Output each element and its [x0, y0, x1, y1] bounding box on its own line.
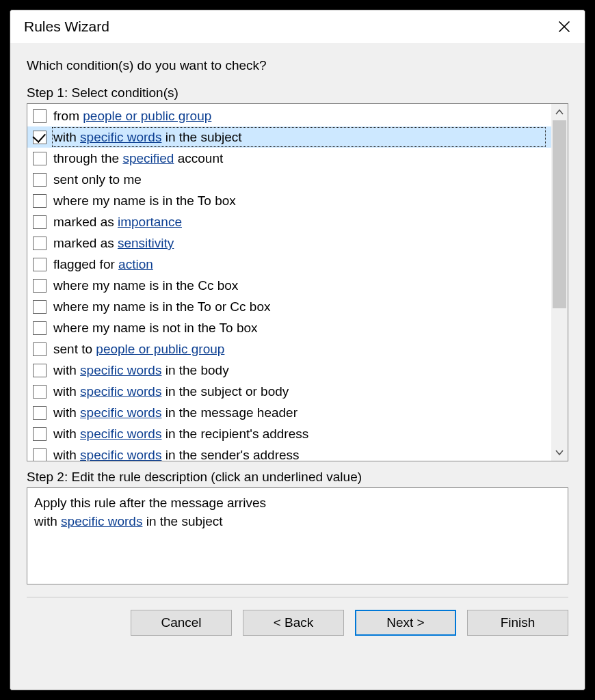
condition-label[interactable]: where my name is in the Cc box: [52, 275, 546, 295]
condition-checkbox[interactable]: [33, 406, 47, 420]
condition-text: through the: [53, 151, 122, 165]
next-button[interactable]: Next >: [355, 610, 456, 636]
condition-checkbox[interactable]: [33, 300, 47, 314]
condition-row[interactable]: with specific words in the subject or bo…: [27, 381, 551, 402]
condition-row[interactable]: where my name is not in the To box: [27, 317, 551, 338]
condition-label[interactable]: with specific words in the subject or bo…: [52, 381, 546, 401]
condition-row[interactable]: with specific words in the recipient's a…: [27, 423, 551, 444]
condition-link[interactable]: people or public group: [83, 109, 211, 123]
button-row: Cancel < Back Next > Finish: [27, 610, 568, 636]
rules-wizard-dialog: Rules Wizard Which condition(s) do you w…: [10, 10, 585, 690]
scroll-track[interactable]: [551, 120, 568, 444]
condition-row[interactable]: marked as sensitivity: [27, 232, 551, 254]
condition-text: where my name is in the Cc box: [53, 278, 238, 293]
scroll-down-button[interactable]: [551, 444, 568, 461]
condition-label[interactable]: with specific words in the recipient's a…: [52, 424, 546, 444]
condition-label[interactable]: sent only to me: [52, 170, 546, 189]
condition-link[interactable]: specific words: [80, 405, 161, 420]
condition-label[interactable]: where my name is not in the To box: [52, 318, 546, 338]
condition-text: with: [53, 405, 80, 420]
condition-label[interactable]: with specific words in the subject: [52, 127, 546, 147]
condition-link[interactable]: specific words: [80, 130, 161, 144]
condition-checkbox[interactable]: [33, 131, 47, 144]
condition-label[interactable]: with specific words in the message heade…: [52, 403, 546, 422]
condition-label[interactable]: marked as importance: [52, 212, 546, 232]
condition-link[interactable]: sensitivity: [118, 236, 174, 250]
condition-link[interactable]: specific words: [80, 384, 161, 399]
condition-link[interactable]: people or public group: [96, 342, 224, 356]
condition-text: with: [53, 384, 80, 399]
condition-row[interactable]: with specific words in the subject: [27, 126, 551, 148]
condition-link[interactable]: importance: [118, 215, 182, 229]
prompt-text: Which condition(s) do you want to check?: [27, 58, 568, 73]
condition-label[interactable]: with specific words in the sender's addr…: [52, 445, 546, 461]
condition-label[interactable]: marked as sensitivity: [52, 233, 546, 253]
condition-checkbox[interactable]: [33, 109, 47, 123]
close-icon: [557, 20, 571, 33]
condition-checkbox[interactable]: [33, 215, 47, 229]
condition-label[interactable]: flagged for action: [52, 254, 546, 274]
condition-link[interactable]: specific words: [80, 363, 161, 377]
condition-label[interactable]: where my name is in the To or Cc box: [52, 297, 546, 317]
condition-row[interactable]: where my name is in the To or Cc box: [27, 296, 551, 317]
divider: [27, 597, 568, 597]
condition-checkbox[interactable]: [33, 152, 47, 165]
condition-checkbox[interactable]: [33, 237, 47, 250]
condition-text: marked as: [53, 215, 118, 229]
dialog-title: Rules Wizard: [24, 18, 109, 35]
chevron-down-icon: [555, 449, 564, 456]
condition-checkbox[interactable]: [33, 342, 47, 356]
condition-row[interactable]: marked as importance: [27, 211, 551, 232]
condition-label[interactable]: through the specified account: [52, 148, 546, 168]
chevron-up-icon: [555, 109, 564, 116]
condition-text: where my name is in the To or Cc box: [53, 299, 271, 314]
condition-checkbox[interactable]: [33, 194, 47, 208]
scroll-thumb[interactable]: [553, 120, 566, 308]
condition-link[interactable]: specific words: [80, 448, 161, 461]
scroll-up-button[interactable]: [551, 104, 568, 120]
rule-description-box: Apply this rule after the message arrive…: [27, 487, 568, 584]
condition-checkbox[interactable]: [33, 321, 47, 335]
condition-checkbox[interactable]: [33, 427, 47, 441]
condition-checkbox[interactable]: [33, 364, 47, 377]
condition-checkbox[interactable]: [33, 385, 47, 399]
condition-link[interactable]: specific words: [80, 427, 161, 441]
description-line1: Apply this rule after the message arrive…: [34, 494, 561, 512]
condition-text: with: [53, 448, 80, 461]
condition-row[interactable]: with specific words in the sender's addr…: [27, 444, 551, 461]
condition-row[interactable]: with specific words in the body: [27, 360, 551, 381]
condition-row[interactable]: with specific words in the message heade…: [27, 402, 551, 423]
finish-button[interactable]: Finish: [467, 610, 568, 636]
back-button[interactable]: < Back: [243, 610, 344, 636]
condition-row[interactable]: where my name is in the Cc box: [27, 275, 551, 296]
condition-label[interactable]: from people or public group: [52, 106, 546, 126]
condition-row[interactable]: where my name is in the To box: [27, 190, 551, 211]
condition-row[interactable]: sent to people or public group: [27, 338, 551, 360]
condition-row[interactable]: through the specified account: [27, 148, 551, 169]
condition-row[interactable]: flagged for action: [27, 254, 551, 275]
condition-link[interactable]: specified: [122, 151, 174, 165]
condition-text: in the recipient's address: [161, 427, 308, 441]
conditions-list[interactable]: from people or public groupwith specific…: [27, 104, 551, 461]
desc-link-specific-words[interactable]: specific words: [61, 514, 142, 528]
condition-label[interactable]: where my name is in the To box: [52, 191, 546, 211]
scrollbar[interactable]: [551, 104, 568, 461]
condition-checkbox[interactable]: [33, 448, 47, 461]
condition-text: in the message header: [161, 405, 298, 420]
condition-row[interactable]: from people or public group: [27, 105, 551, 126]
titlebar: Rules Wizard: [10, 10, 585, 43]
condition-checkbox[interactable]: [33, 258, 47, 271]
condition-checkbox[interactable]: [33, 279, 47, 293]
condition-label[interactable]: with specific words in the body: [52, 360, 546, 380]
condition-text: with: [53, 363, 80, 377]
condition-link[interactable]: action: [118, 257, 153, 271]
condition-text: in the subject or body: [161, 384, 289, 399]
close-button[interactable]: [555, 17, 574, 36]
condition-row[interactable]: sent only to me: [27, 169, 551, 190]
condition-label[interactable]: sent to people or public group: [52, 339, 546, 359]
cancel-button[interactable]: Cancel: [131, 610, 232, 636]
condition-checkbox[interactable]: [33, 173, 47, 187]
desc-text: in the subject: [142, 514, 222, 528]
condition-text: where my name is not in the To box: [53, 321, 258, 335]
description-line2: with specific words in the subject: [34, 512, 561, 530]
